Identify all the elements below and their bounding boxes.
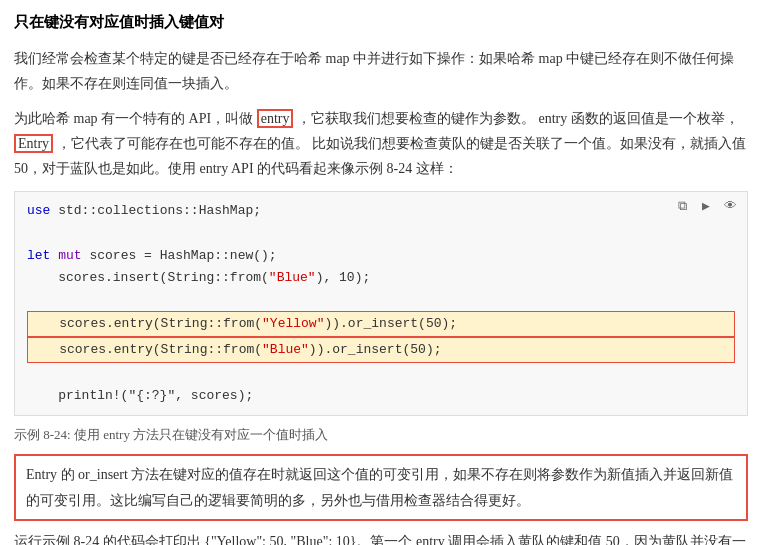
code-line-blank-3 bbox=[27, 363, 735, 385]
code-line-println: println!("{:?}", scores); bbox=[27, 385, 735, 407]
bottom-text: Entry 的 or_insert 方法在键对应的值存在时就返回这个值的可变引用… bbox=[26, 467, 733, 507]
paragraph-3: 运行示例 8-24 的代码会打印出 {"Yellow": 50, "Blue":… bbox=[14, 529, 748, 545]
code-highlight-line-2: scores.entry(String::from("Blue")).or_in… bbox=[27, 337, 735, 363]
code-line-blank-2 bbox=[27, 289, 735, 311]
para2-middle3: ，它代表了可能存在也可能不存在的值。 bbox=[57, 136, 309, 151]
code-use-text: std::collections::HashMap; bbox=[58, 203, 261, 218]
code-line-3: let mut scores = HashMap::new(); bbox=[27, 245, 735, 267]
code-line-4: scores.insert(String::from("Blue"), 10); bbox=[27, 267, 735, 289]
page-title: 只在键没有对应值时插入键值对 bbox=[14, 10, 748, 36]
entry-highlight-1: entry bbox=[257, 109, 294, 128]
page-container: 只在键没有对应值时插入键值对 我们经常会检查某个特定的键是否已经存在于哈希 ma… bbox=[14, 10, 748, 545]
eye-icon[interactable]: 👁 bbox=[721, 198, 739, 216]
paragraph-1: 我们经常会检查某个特定的键是否已经存在于哈希 map 中并进行如下操作：如果哈希… bbox=[14, 46, 748, 96]
copy-icon[interactable]: ⧉ bbox=[673, 198, 691, 216]
bottom-highlight-box: Entry 的 or_insert 方法在键对应的值存在时就返回这个值的可变引用… bbox=[14, 454, 748, 520]
code-line-blank-1 bbox=[27, 223, 735, 245]
code-highlight-line-1: scores.entry(String::from("Yellow")).or_… bbox=[27, 311, 735, 337]
entry-word-2: entry bbox=[538, 111, 567, 126]
para3-text: 运行示例 8-24 的代码会打印出 {"Yellow": 50, "Blue":… bbox=[14, 534, 746, 545]
code-block: ⧉ ▶ 👁 use std::collections::HashMap; let… bbox=[14, 191, 748, 416]
para2-middle1: ，它获取我们想要检查的键作为参数。 bbox=[297, 111, 535, 126]
play-icon[interactable]: ▶ bbox=[697, 198, 715, 216]
code-line-1: use std::collections::HashMap; bbox=[27, 200, 735, 222]
para2-before: 为此哈希 map 有一个特有的 API，叫做 bbox=[14, 111, 253, 126]
code-caption: 示例 8-24: 使用 entry 方法只在键没有对应一个值时插入 bbox=[14, 424, 748, 446]
Entry-highlight: Entry bbox=[14, 134, 53, 153]
code-icons: ⧉ ▶ 👁 bbox=[673, 198, 739, 216]
paragraph-2: 为此哈希 map 有一个特有的 API，叫做 entry ，它获取我们想要检查的… bbox=[14, 106, 748, 182]
para2-middle2: 函数的返回值是一个枚举， bbox=[571, 111, 739, 126]
